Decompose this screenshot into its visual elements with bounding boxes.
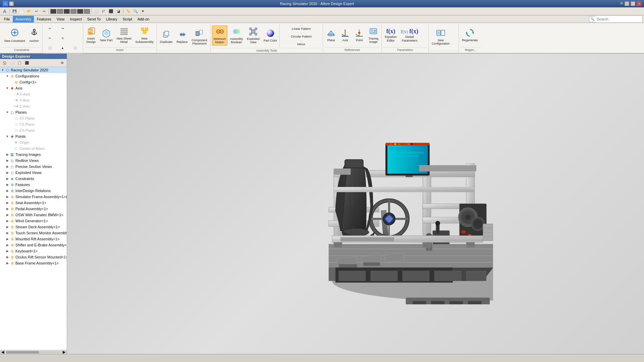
viewport[interactable] xyxy=(67,54,644,354)
tree-zaxis[interactable]: ⊙✚ Z-Axis xyxy=(0,103,67,109)
tree-base-frame[interactable]: ▶ ⚙ Base Frame Assembly<1> xyxy=(0,260,67,266)
scroll-track[interactable] xyxy=(6,351,61,354)
circular-pattern-button[interactable]: Circular Pattern xyxy=(281,32,321,39)
scroll-thumb[interactable] xyxy=(6,351,39,354)
close-button[interactable]: ✕ xyxy=(637,1,641,6)
visible-btn[interactable]: ▲ xyxy=(57,43,69,53)
mirror-button[interactable]: Mirror xyxy=(281,40,321,47)
menu-addon[interactable]: Add-on xyxy=(135,16,152,22)
sidebar-settings[interactable]: ⚙ xyxy=(59,60,65,66)
measure[interactable]: 📏 xyxy=(125,8,131,14)
tree-osw[interactable]: ▶ ⚙ OSW With Fanatec BMW<1> xyxy=(0,212,67,218)
duplicate-button[interactable]: Duplicate xyxy=(158,27,174,47)
menu-sendto[interactable]: Send To xyxy=(85,16,103,22)
sidebar-tool2[interactable]: ⬜ xyxy=(9,60,15,66)
global-parameters-button[interactable]: f(x) f(x) GlobalParameters xyxy=(399,25,420,45)
tree-touch-monitor[interactable]: ▶ ⚙ Touch Screen Monitor Assembly xyxy=(0,230,67,236)
minimize-button[interactable]: − xyxy=(625,1,629,6)
regenerate-button[interactable]: Regenerate xyxy=(460,25,479,45)
anchor-button[interactable]: Anchor xyxy=(28,25,41,46)
tree-yaxis[interactable]: ↑✚ Y-Axis xyxy=(0,97,67,103)
tree-interdesign[interactable]: ▶ ⚙ InterDesign Relations xyxy=(0,188,67,194)
linear-pattern-button[interactable]: Linear Pattern xyxy=(281,24,321,31)
tree-shifter-ebrake[interactable]: ▶ ⚙ Shifter and E-Brake Assembly<1 xyxy=(0,242,67,248)
shape2[interactable]: ◸ xyxy=(100,8,107,14)
insert-design-button[interactable]: InsertDesign xyxy=(85,25,98,45)
new-sheet-metal-button[interactable]: New SheetMetal xyxy=(115,25,133,45)
save-btn[interactable]: 💾 xyxy=(11,8,18,14)
select-btn[interactable]: ⬜ xyxy=(69,43,82,53)
tb6[interactable] xyxy=(84,9,90,14)
tree-tracing-images[interactable]: ▶ 🖼 Tracing Images xyxy=(0,152,67,158)
redo-ribbon-btn[interactable]: ↪ xyxy=(57,24,69,33)
tree-points[interactable]: ▼ ✚ Points xyxy=(0,133,67,139)
tree-yzplane[interactable]: ◻ YZ-Plane xyxy=(0,121,67,127)
restore-button[interactable]: ❐ xyxy=(631,1,635,6)
menu-features[interactable]: Features xyxy=(34,16,54,22)
tree-xyplane[interactable]: ◻ XY-Plane xyxy=(0,115,67,121)
shape4[interactable]: ◪ xyxy=(115,8,122,14)
exploded-view-button[interactable]: ExplodedView xyxy=(245,25,261,46)
tree-pedal-assembly[interactable]: ▶ ⚙ Pedal Assembly<1> xyxy=(0,206,67,212)
redo-btn[interactable]: ↪ xyxy=(41,8,47,14)
new-part-button[interactable]: New Part xyxy=(99,25,114,45)
delete-btn[interactable]: ✕ xyxy=(57,34,69,43)
sidebar-tool1[interactable]: 🏠 xyxy=(1,60,8,66)
tb3[interactable] xyxy=(64,9,70,14)
tree-constraints[interactable]: ▶ ⊕ Constraints xyxy=(0,176,67,182)
tree-stream-deck[interactable]: ▶ ⚙ Stream Deck Assembly<1> xyxy=(0,224,67,230)
new-constraint-button[interactable]: New Constraint xyxy=(3,25,27,46)
shape1[interactable]: ⬜ xyxy=(93,8,100,14)
sidebar-tool3[interactable]: 📋 xyxy=(16,60,23,66)
tracing-image-button[interactable]: TracingImage xyxy=(367,25,380,45)
tree-zxplane[interactable]: ◻ ZX-Plane xyxy=(0,127,67,133)
undo-ribbon-btn[interactable]: ↩ xyxy=(44,24,56,33)
tree-configurations[interactable]: ▼ ⚙ Configurations xyxy=(0,73,67,79)
tree-center-of-mass[interactable]: ⊙ Center of Mass xyxy=(0,145,67,152)
tree-mounted-rift[interactable]: ▶ ⚙ Mounted Rift Assembly<1> xyxy=(0,236,67,242)
equation-editor-button[interactable]: f(x) EquationEditor xyxy=(383,25,398,45)
copy-btn[interactable]: ⬜ xyxy=(44,43,56,53)
tree-keyboard[interactable]: ▶ ⚙ Keyboard<1> xyxy=(0,248,67,254)
tb2[interactable] xyxy=(57,9,63,14)
tree-simulator-frame[interactable]: ▶ ⚙ Simulator Frame Assembly<1>( xyxy=(0,194,67,200)
tree-root[interactable]: ▼ ⬡ Racing Simulator 2020 xyxy=(0,67,67,73)
open-btn[interactable]: 📂 xyxy=(26,8,33,14)
tree-oculus[interactable]: ▶ ⚙ Oculus Rift Sensor Mounted<1> xyxy=(0,254,67,260)
tree-wind-gen[interactable]: ▶ ⚙ Wind Generator<1> xyxy=(0,218,67,224)
menu-view[interactable]: View xyxy=(54,16,67,22)
menu-file[interactable]: File xyxy=(1,16,13,22)
tree-config1[interactable]: ⚙ Config<1> xyxy=(0,79,67,85)
tree-xaxis[interactable]: →✚ X-Axis xyxy=(0,91,67,97)
new-configuration-button[interactable]: NewConfiguration xyxy=(430,27,451,47)
arrow[interactable]: ▼ xyxy=(140,8,146,14)
sidebar-scrollbar[interactable]: ◀ ▶ xyxy=(0,350,67,354)
cut-btn[interactable]: ✂ xyxy=(44,34,56,43)
tree-seat-assembly[interactable]: ▶ ⚙ Seat Assembly<1> xyxy=(0,200,67,206)
tb4[interactable] xyxy=(70,9,76,14)
menu-inspect[interactable]: Inspect xyxy=(67,16,85,22)
tree-origin[interactable]: ✚ Origin xyxy=(0,139,67,145)
component-placement-button[interactable]: ComponentPlacement xyxy=(190,27,209,47)
quick-btn[interactable]: ▼ xyxy=(9,1,14,6)
undo-btn[interactable]: ↩ xyxy=(33,8,40,14)
tree-exploded-views[interactable]: ▶ ◻ Exploded Views xyxy=(0,170,67,176)
tree-redline-views[interactable]: ▶ ◻ Redline Views xyxy=(0,158,67,164)
search-input[interactable] xyxy=(595,16,642,22)
tree-planes[interactable]: ▼ ◻ Planes xyxy=(0,109,67,115)
axis-button[interactable]: Axis xyxy=(338,25,352,45)
menu-assembly[interactable]: Assembly xyxy=(13,16,34,22)
tb1[interactable] xyxy=(50,9,56,14)
replace-button[interactable]: Replace xyxy=(175,27,189,47)
tree-precise-section-views[interactable]: ▶ ◻ Precise Section Views xyxy=(0,164,67,170)
tree-features[interactable]: ▶ ⚙ Features xyxy=(0,182,67,188)
shape3[interactable]: ⬛ xyxy=(108,8,114,14)
tree-axis[interactable]: ▼ ✚ Axis xyxy=(0,85,67,91)
part-color-button[interactable]: Part Color xyxy=(262,25,279,46)
plane-button[interactable]: Plane xyxy=(324,25,338,45)
tb5[interactable] xyxy=(77,9,83,14)
menu-library[interactable]: Library xyxy=(103,16,120,22)
assembly-boolean-button[interactable]: AssemblyBoolean xyxy=(228,25,245,46)
point-button[interactable]: Point xyxy=(353,25,366,45)
menu-script[interactable]: Script xyxy=(120,16,135,22)
